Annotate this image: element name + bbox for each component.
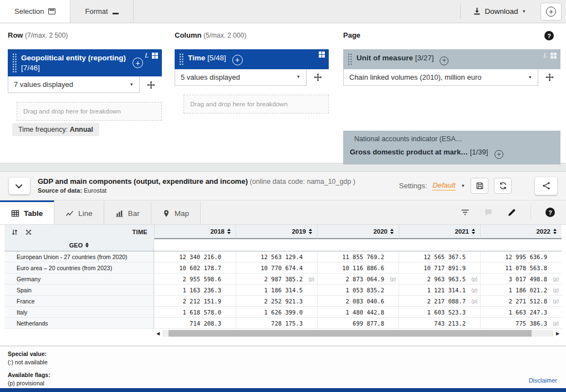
save-settings-button[interactable] — [471, 178, 488, 194]
cell-value: 12 995 636.9 — [505, 254, 547, 260]
value-cell: 2 987 385.2(p) — [236, 274, 317, 284]
geo-header-corner: L — [145, 51, 158, 60]
value-cell: 1 480 442.8 — [317, 307, 399, 317]
disclaimer-link[interactable]: Disclaimer — [529, 376, 557, 385]
time-move-handle[interactable] — [307, 73, 329, 81]
flag-label: (p) — [553, 287, 559, 293]
label-toggle-icon[interactable]: L — [543, 51, 547, 60]
reset-settings-button[interactable] — [494, 178, 512, 194]
tab-format[interactable]: Format — [70, 0, 133, 23]
year-header[interactable]: 2021 — [399, 225, 480, 239]
cell-value: 775 386.3 — [516, 320, 547, 327]
geo-header[interactable]: GEO — [4, 239, 154, 251]
share-icon — [542, 182, 550, 190]
comment-icon[interactable] — [484, 208, 493, 216]
move-icon — [545, 73, 554, 81]
layout-grid-icon[interactable] — [152, 53, 158, 59]
tab-line[interactable]: Line — [54, 200, 104, 224]
add-widget-button[interactable]: + — [540, 3, 562, 20]
year-header[interactable]: 2018 — [154, 225, 236, 239]
cell-value: 2 955 598.6 — [182, 276, 221, 282]
cell-value: 1 053 835.2 — [345, 287, 384, 293]
unit-selected-value: Chain linked volumes (2010), million eur… — [349, 73, 481, 81]
value-cell: 2 217 088.7(p) — [399, 296, 480, 306]
download-button[interactable]: Download ▼ — [461, 0, 538, 23]
value-cell: 2 963 963.5(p) — [399, 274, 480, 284]
value-cell: 12 995 636.9 — [480, 251, 562, 262]
unit-add-values-icon[interactable]: + — [440, 56, 448, 65]
column-section-label: Column (5/max. 2 000) — [175, 31, 329, 39]
geo-move-handle[interactable] — [140, 81, 162, 89]
time-dimension-header[interactable]: Time [5/48] + — [175, 49, 329, 69]
geo-values-dropdown[interactable]: 7 values displayed ▼ — [8, 76, 140, 93]
column-dropzone[interactable]: Drag and drop here for breakdown — [183, 95, 329, 114]
geo-cell: Netherlands — [4, 318, 154, 328]
table-header-geo: GEO — [4, 239, 562, 251]
year-label: 2019 — [292, 228, 306, 235]
cell-value: 2 271 512.8 — [508, 298, 547, 305]
scroll-right-arrow[interactable]: ▶ — [554, 331, 562, 336]
share-button[interactable] — [535, 177, 557, 195]
filter-icon[interactable] — [461, 209, 470, 216]
scrollbar-thumb[interactable] — [169, 330, 532, 337]
value-cell: 1 121 314.1(p) — [399, 285, 480, 295]
tab-line-label: Line — [78, 209, 93, 218]
cell-value: 11 855 769.2 — [342, 254, 384, 260]
unit-move-handle[interactable] — [538, 73, 560, 81]
unit-dimension-header[interactable]: Unit of measure [3/27] + L — [343, 49, 560, 69]
selection-panel-icon — [48, 8, 55, 14]
unit-dimension-count: [3/27] — [415, 54, 434, 62]
geo-header-label: GEO — [69, 242, 83, 249]
tab-map[interactable]: Map — [151, 200, 201, 224]
tab-table-label: Table — [24, 209, 43, 218]
value-cell: 10 770 674.4 — [236, 262, 317, 273]
page-footer: Special value: (:) not available Availab… — [0, 347, 566, 388]
settings-dropdown[interactable]: Default — [432, 181, 455, 190]
year-header[interactable]: 2020 — [317, 225, 399, 239]
geo-dimension-card: Geopolitical entity (reporting) [7/46] +… — [8, 49, 162, 93]
value-cell: 2 873 064.9(p) — [317, 274, 399, 284]
tab-table[interactable]: Table — [0, 200, 54, 224]
tab-bar[interactable]: Bar — [104, 200, 151, 224]
page-help-icon[interactable]: ? — [544, 31, 554, 40]
time-header-corner — [319, 51, 325, 58]
edit-pencil-icon[interactable] — [507, 208, 516, 217]
year-header[interactable]: 2019 — [236, 225, 317, 239]
cell-value: 2 873 064.9 — [345, 276, 384, 282]
cell-value: 10 770 674.4 — [261, 265, 303, 271]
data-table: TIME 2018 2019 2020 2021 2022 GEO Europe… — [4, 225, 562, 338]
label-toggle-icon[interactable]: L — [145, 51, 149, 60]
indicator-card[interactable]: National accounts indicator (ESA… Gross … — [343, 131, 560, 164]
expand-table-icon[interactable] — [25, 229, 32, 236]
flag-label: (p) — [472, 298, 477, 304]
value-cell: 2 083 040.6 — [317, 296, 399, 306]
geo-dimension-header[interactable]: Geopolitical entity (reporting) [7/46] +… — [8, 49, 162, 76]
table-corner: TIME — [4, 225, 154, 239]
layout-grid-icon[interactable] — [550, 53, 557, 59]
table-help-icon[interactable]: ? — [545, 208, 555, 217]
row-dropzone[interactable]: Drag and drop here for breakdown — [17, 102, 162, 121]
sort-rows-icon[interactable] — [11, 229, 18, 236]
selection-panel: Row (7/max. 2 500) Geopolitical entity (… — [0, 23, 566, 163]
layout-grid-icon[interactable] — [319, 51, 325, 58]
tab-selection[interactable]: Selection — [0, 0, 70, 23]
drag-handle-icon[interactable] — [179, 53, 184, 65]
scroll-left-arrow[interactable]: ◀ — [154, 331, 162, 336]
year-header[interactable]: 2022 — [480, 225, 562, 239]
scrollbar-track[interactable] — [162, 330, 553, 337]
flag-label: (p) — [553, 276, 559, 282]
collapse-button[interactable] — [9, 178, 30, 194]
drag-handle-icon[interactable] — [12, 53, 17, 73]
special-value-note: Special value: (:) not available — [8, 350, 558, 366]
flags-label: Available flags: — [8, 371, 558, 379]
geo-add-values-icon[interactable]: + — [132, 58, 143, 68]
unit-values-dropdown[interactable]: Chain linked volumes (2010), million eur… — [343, 69, 538, 86]
time-values-dropdown[interactable]: 5 values displayed ▼ — [175, 69, 307, 86]
cell-value: 728 175.3 — [271, 320, 303, 327]
dataset-title: GDP and main components (output, expendi… — [38, 177, 248, 185]
value-cell: 2 252 921.3 — [236, 296, 317, 306]
time-add-values-icon[interactable]: + — [232, 55, 243, 65]
indicator-add-values-icon[interactable]: + — [494, 150, 503, 159]
drag-handle-icon[interactable] — [348, 53, 353, 65]
cell-value: 2 963 963.5 — [427, 276, 466, 282]
